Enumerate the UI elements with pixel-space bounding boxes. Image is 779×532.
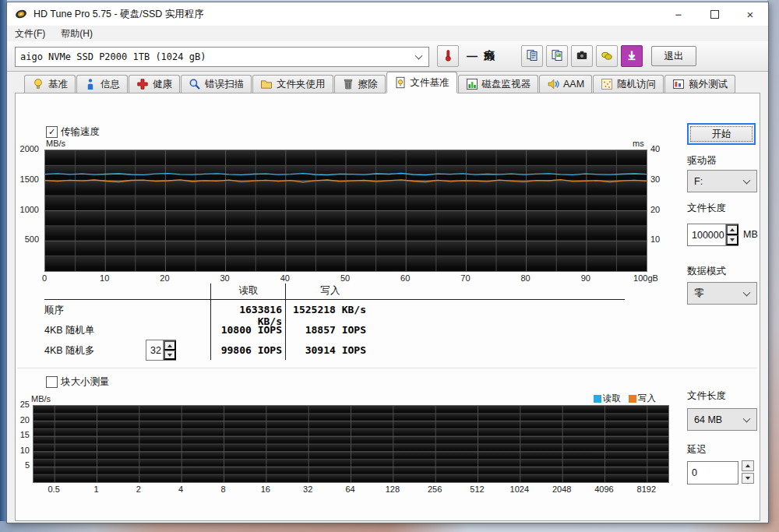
queue-depth-input[interactable]: 32	[146, 340, 176, 361]
close-button[interactable]: ×	[732, 2, 768, 26]
x-axis-tick: 1	[76, 484, 118, 494]
x-axis-tick: 50	[326, 273, 365, 283]
chart-legend: 读取写入	[594, 393, 656, 404]
app-window: HD Tune Pro 5.75 - 硬盘/SSD 实用程序 − × 文件(F)…	[6, 2, 769, 523]
thermometer-icon	[442, 49, 454, 64]
tab-disk-monitor[interactable]: 磁盘监视器	[458, 75, 539, 93]
start-button[interactable]: 开始	[687, 123, 756, 145]
data-mode-combo[interactable]: 零	[687, 282, 757, 305]
temperature-value: —	[467, 50, 478, 62]
x-axis-tick: 64	[330, 484, 372, 494]
transfer-speed-checkbox[interactable]: ✓	[46, 126, 58, 138]
transfer-speed-label: 传输速度	[61, 125, 100, 139]
x-axis-tick: 80	[506, 273, 545, 283]
drive-select[interactable]: aigo NVMe SSD P2000 1TB (1024 gB)	[15, 47, 429, 67]
chevron-down-icon	[415, 52, 423, 60]
tab-label: 额外测试	[689, 78, 728, 91]
tab-info[interactable]: 信息	[76, 75, 128, 93]
tab-label: 错误扫描	[205, 78, 244, 91]
latency-input[interactable]: 0	[687, 461, 738, 484]
chart1-y-unit: MB/s	[46, 139, 65, 148]
copy-text-button[interactable]	[521, 45, 543, 67]
save-button[interactable]	[596, 45, 618, 67]
legend-item: 读取	[594, 393, 621, 404]
table-header-rule	[44, 299, 625, 300]
tab-erase[interactable]: 擦除	[334, 75, 386, 93]
y2-axis-tick: 40	[650, 144, 674, 153]
tab-health[interactable]: 健康	[129, 75, 180, 93]
health-icon	[136, 78, 149, 90]
file-benchmark-icon	[394, 76, 407, 89]
spin-down-button[interactable]	[164, 351, 176, 360]
exit-button[interactable]: 退出	[651, 46, 696, 66]
x-axis-tick: 32	[287, 484, 329, 494]
temperature-button[interactable]	[437, 45, 459, 67]
drive-label: 驱动器	[687, 154, 717, 167]
random-single-write-value: 18857 IOPS	[293, 324, 366, 336]
maximize-button[interactable]	[696, 2, 732, 26]
file-length2-combo[interactable]: 64 MB	[687, 408, 757, 431]
y2-axis-tick: 20	[650, 205, 674, 214]
legend-label: 读取	[603, 393, 621, 404]
tab-extra-tests[interactable]: 额外测试	[664, 75, 735, 93]
y-axis-tick: 500	[16, 234, 39, 244]
spin-up-button[interactable]	[726, 224, 738, 235]
random-multi-read-value: 99806 IOPS	[212, 344, 282, 356]
block-size-label: 块大小测量	[61, 375, 110, 389]
tab-bar: 基准信息健康错误扫描文件夹使用擦除文件基准磁盘监视器AAM随机访问额外测试	[24, 71, 760, 93]
x-axis-tick: 100gB	[626, 273, 665, 283]
x-axis-tick: 512	[456, 484, 499, 494]
block-size-checkbox[interactable]	[46, 376, 58, 388]
file-length-input[interactable]: 100000	[687, 224, 738, 246]
tab-label: 随机访问	[617, 78, 656, 91]
menu-item-help[interactable]: 帮助(H)	[53, 26, 100, 41]
y-axis-tick: 5	[16, 460, 30, 470]
camera-icon	[576, 49, 588, 64]
tab-folder-usage[interactable]: 文件夹使用	[252, 75, 333, 93]
x-axis-tick: 1024	[499, 484, 541, 494]
drive-combo[interactable]: F:	[687, 170, 757, 192]
error-scan-icon	[189, 78, 201, 90]
x-axis-tick: 2	[118, 484, 160, 494]
tab-file-benchmark[interactable]: 文件基准	[386, 72, 457, 93]
x-axis-tick: 90	[566, 273, 605, 283]
spin-down-button[interactable]	[726, 235, 738, 245]
screenshot-button[interactable]	[571, 45, 593, 67]
chart1-y2-unit: ms	[633, 139, 644, 148]
spin-up-button[interactable]	[164, 340, 176, 351]
x-axis-tick: 8192	[626, 484, 668, 494]
latency-spin-down-button[interactable]	[742, 473, 754, 484]
section-divider	[17, 368, 757, 368]
menu-item-file[interactable]: 文件(F)	[7, 26, 53, 41]
table-divider	[210, 284, 211, 360]
x-axis-tick: 40	[266, 273, 305, 283]
tab-aam[interactable]: AAM	[539, 75, 592, 93]
y-axis-tick: 20	[16, 415, 30, 425]
arrow-up-icon	[167, 344, 172, 347]
tab-label: 文件基准	[411, 76, 449, 90]
latency-spin-up-button[interactable]	[742, 460, 754, 471]
copy-image-button[interactable]	[546, 45, 568, 67]
minimize-icon: −	[675, 8, 682, 21]
file-length2-label: 文件长度	[687, 389, 726, 403]
arrow-up-icon	[746, 464, 750, 467]
tab-label: 文件夹使用	[277, 78, 326, 91]
extra-tests-icon	[672, 78, 685, 90]
legend-swatch	[594, 395, 601, 403]
download-button[interactable]	[621, 45, 643, 67]
chart2-y-unit: MB/s	[31, 394, 51, 403]
check-icon: ✓	[48, 128, 55, 136]
tab-benchmark[interactable]: 基准	[24, 75, 76, 93]
minimize-button[interactable]: −	[661, 2, 696, 26]
maximize-icon	[710, 10, 719, 19]
tab-error-scan[interactable]: 错误扫描	[181, 75, 252, 93]
copy-text-icon	[526, 49, 538, 64]
y2-axis-tick: 30	[650, 174, 674, 184]
file-benchmark-panel: ✓ 传输速度 MB/s ms 开始 驱动器 F: 文件长度 100000	[15, 93, 760, 521]
block-size-chart	[33, 405, 669, 483]
random-multi-write-value: 30914 IOPS	[293, 344, 366, 356]
tab-label: 健康	[153, 78, 172, 91]
tab-random-access[interactable]: 随机访问	[593, 75, 664, 93]
sequential-write-value: 1525218 KB/s	[293, 304, 366, 315]
download-icon	[626, 49, 638, 64]
